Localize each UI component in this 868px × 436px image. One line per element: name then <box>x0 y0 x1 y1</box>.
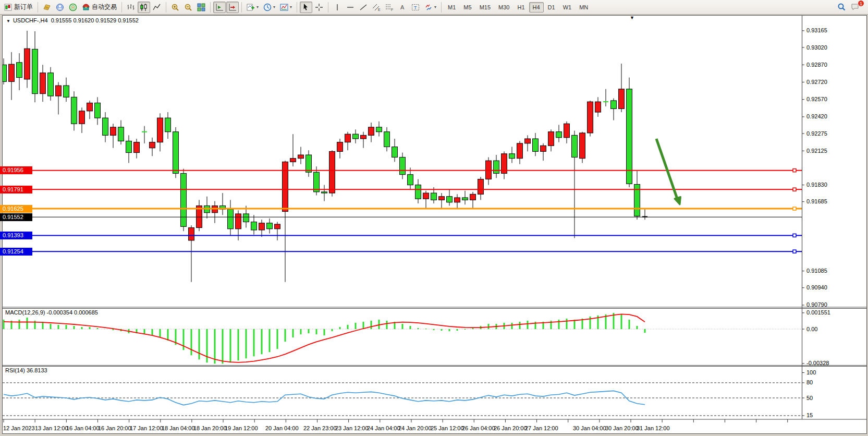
svg-text:T: T <box>414 5 417 10</box>
crosshair-button[interactable] <box>313 2 325 13</box>
signal-icon <box>69 3 77 11</box>
fibonacci-button[interactable]: F <box>383 2 396 13</box>
svg-text:F: F <box>391 8 393 11</box>
main-toolbar: 新订单 自动交易 ▾ ▾ <box>0 0 868 15</box>
profile-cloud-icon <box>56 3 64 11</box>
toolbar-separator <box>297 2 297 13</box>
candlestick-chart-icon <box>140 3 148 11</box>
signals-button[interactable] <box>67 2 79 13</box>
toolbar-separator <box>328 2 328 13</box>
text-icon: A <box>398 3 407 11</box>
window-edge-left <box>0 15 2 436</box>
zoom-out-button[interactable] <box>182 2 194 13</box>
line-chart-button[interactable] <box>151 2 163 13</box>
new-order-icon <box>4 3 13 11</box>
clock-icon <box>263 3 272 11</box>
equidistant-channel-button[interactable]: E <box>370 2 383 13</box>
add-indicator-icon <box>247 3 255 11</box>
chevron-down-icon: ▾ <box>256 5 259 9</box>
templates-button[interactable]: ▾ <box>278 2 294 13</box>
notification-badge: 1 <box>858 0 864 7</box>
fibonacci-icon: F <box>385 3 394 11</box>
auto-scroll-button[interactable] <box>213 2 226 13</box>
channel-icon: E <box>372 3 381 11</box>
arrows-icon <box>424 3 433 11</box>
zoom-in-icon <box>171 3 179 11</box>
timeframe-button-w1[interactable]: W1 <box>559 2 576 13</box>
line-chart-icon <box>153 3 161 11</box>
price-list-icon <box>43 3 51 11</box>
auto-trading-icon <box>82 3 90 11</box>
bar-chart-icon <box>127 3 135 11</box>
indicators-button[interactable]: ▾ <box>244 2 261 13</box>
timeframe-button-m30[interactable]: M30 <box>495 2 513 13</box>
toolbar-separator <box>441 2 442 13</box>
periods-button[interactable]: ▾ <box>261 2 277 13</box>
timeframe-button-d1[interactable]: D1 <box>544 2 559 13</box>
vertical-line-button[interactable] <box>331 2 344 13</box>
timeframe-button-h1[interactable]: H1 <box>514 2 528 13</box>
svg-text:E: E <box>378 8 381 11</box>
chevron-down-icon: ▾ <box>290 5 292 9</box>
text-label-icon: T <box>411 3 420 11</box>
market-watch-button[interactable] <box>41 2 53 13</box>
chevron-down-icon: ▾ <box>434 5 436 9</box>
cursor-icon <box>302 3 310 11</box>
chevron-down-icon: ▾ <box>273 5 275 9</box>
bar-chart-button[interactable] <box>125 2 137 13</box>
timeframe-button-m15[interactable]: M15 <box>476 2 494 13</box>
horizontal-line-icon <box>346 3 354 11</box>
text-button[interactable]: A <box>396 2 409 13</box>
zoom-out-icon <box>184 3 192 11</box>
new-order-button[interactable]: 新订单 <box>2 2 35 13</box>
cursor-button[interactable] <box>300 2 312 13</box>
toolbar-separator <box>210 2 211 13</box>
vertical-line-icon <box>333 3 341 11</box>
timeframe-toolbar: M1M5M15M30H1H4D1W1MN <box>444 2 592 13</box>
arrows-button[interactable]: ▾ <box>422 2 438 13</box>
tile-windows-icon <box>197 3 205 11</box>
chart-window[interactable] <box>2 15 867 434</box>
candlestick-chart-button[interactable] <box>138 2 150 13</box>
timeframe-button-mn[interactable]: MN <box>576 2 592 13</box>
svg-text:A: A <box>400 4 405 10</box>
horizontal-line-button[interactable] <box>344 2 357 13</box>
new-order-label: 新订单 <box>14 3 33 11</box>
auto-trading-button[interactable]: 自动交易 <box>80 2 119 13</box>
notifications-button[interactable]: 1 <box>849 2 862 13</box>
chart-shift-icon <box>228 3 237 11</box>
tile-windows-button[interactable] <box>195 2 207 13</box>
toolbar-separator <box>241 2 242 13</box>
timeframe-button-m5[interactable]: M5 <box>460 2 475 13</box>
window-edge-bottom <box>0 434 868 436</box>
search-button[interactable] <box>835 2 848 13</box>
crosshair-icon <box>315 3 323 11</box>
chart-shift-button[interactable] <box>226 2 239 13</box>
zoom-in-button[interactable] <box>169 2 181 13</box>
template-icon <box>280 3 288 11</box>
toolbar-separator <box>38 2 38 13</box>
text-label-button[interactable]: T <box>409 2 422 13</box>
timeframe-button-m1[interactable]: M1 <box>444 2 459 13</box>
trendline-button[interactable] <box>357 2 370 13</box>
toolbar-separator <box>121 2 122 13</box>
timeframe-button-h4[interactable]: H4 <box>529 2 544 13</box>
trendline-icon <box>359 3 368 11</box>
auto-scroll-icon <box>215 3 224 11</box>
auto-trading-label: 自动交易 <box>92 3 117 11</box>
profile-button[interactable] <box>54 2 66 13</box>
toolbar-separator <box>166 2 166 13</box>
search-icon <box>837 3 846 11</box>
